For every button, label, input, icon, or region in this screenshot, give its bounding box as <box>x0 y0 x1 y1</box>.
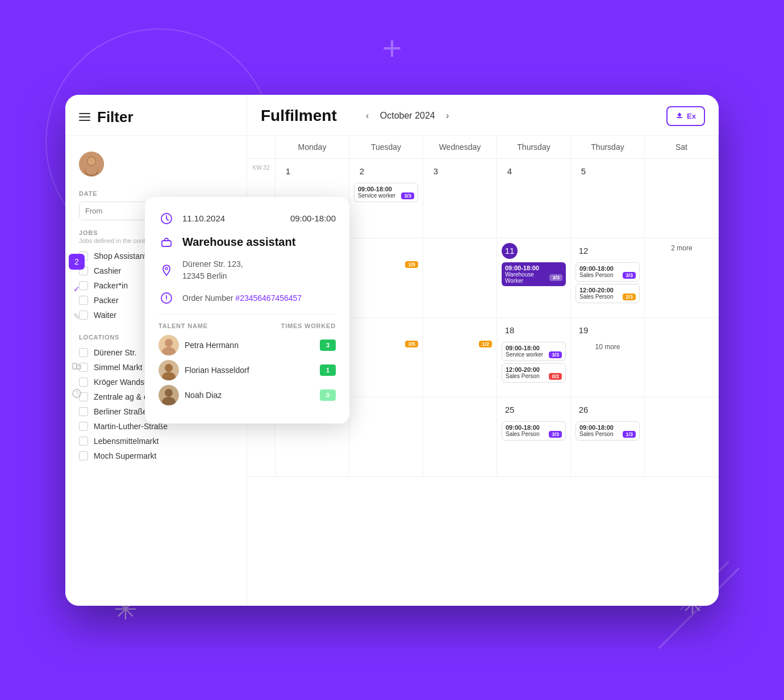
job-label-shop-assistant: Shop Assistant <box>94 252 147 261</box>
date-3: 3 <box>428 164 444 179</box>
export-button[interactable]: Ex <box>666 106 705 126</box>
talent-name-petra: Petra Hermann <box>247 341 314 350</box>
shift-card-week2-thu[interactable]: 09:00-18:00 Warehouse Worker 3/3 <box>502 262 566 286</box>
more-link-2[interactable]: 2 more <box>649 243 714 253</box>
shift-role-11: Warehouse Worker 3/3 <box>505 271 562 284</box>
svg-marker-10 <box>677 112 682 116</box>
talent-row-florian: Florian Hasseldorf 1 <box>247 360 336 380</box>
popup-table-header: TALENT NAME TIMES WORKED <box>247 322 336 329</box>
avatar-area <box>65 147 247 181</box>
popup-order: Order Number #23456467456457 <box>247 294 302 303</box>
shift-detail-popup: 11.10.2024 09:00-18:00 Warehouse assista… <box>247 197 349 424</box>
shift-card-12b[interactable]: 12:00-20:00 Sales Person 2/3 <box>576 284 640 303</box>
date-26: 26 <box>576 402 591 418</box>
job-label-packer: Packer <box>94 296 119 305</box>
prev-month-button[interactable]: ‹ <box>360 108 376 124</box>
cal-day-fri4: 26 09:00-18:00 Sales Person 1/3 <box>571 397 645 476</box>
date-5: 5 <box>576 164 591 179</box>
edit-icon[interactable]: ✎ <box>69 308 85 324</box>
location-item-moch[interactable]: Moch Supermarkt <box>79 448 233 463</box>
svg-rect-1 <box>77 365 81 369</box>
cal-day-wed3: 1/2 <box>423 318 497 397</box>
shift-card-18b[interactable]: 12:00-20:00 Sales Person 0/2 <box>502 363 566 383</box>
svg-point-7 <box>87 157 95 165</box>
date-12: 12 <box>576 243 591 259</box>
cal-day-thu2-today[interactable]: 11 09:00-18:00 Warehouse Worker 3/3 <box>497 238 571 317</box>
cal-day-4: 4 <box>497 159 571 238</box>
shift-card-25[interactable]: 09:00-18:00 Sales Person 3/3 <box>502 421 566 441</box>
cal-day-tue4 <box>349 397 423 476</box>
date-2: 2 <box>354 164 370 179</box>
shift-role-26: Sales Person 1/3 <box>579 431 636 438</box>
talent-row-petra: Petra Hermann 3 <box>247 335 336 355</box>
cal-day-2[interactable]: 2 09:00-18:00 Service worker 3/3 <box>349 159 423 238</box>
week-col-header <box>247 136 276 158</box>
cal-day-fri3: 19 10 more <box>571 318 645 397</box>
badge-1-2: 1/2 <box>479 341 492 347</box>
cal-day-thu4: 25 09:00-18:00 Sales Person 3/3 <box>497 397 571 476</box>
cal-day-thu3: 18 09:00-18:00 Service worker 3/3 12:00-… <box>497 318 571 397</box>
cal-day-5: 5 <box>571 159 645 238</box>
sidebar-title: Filter <box>97 108 134 126</box>
calendar-header: Monday Tuesday Wednesday Thursday Thursd… <box>247 136 719 159</box>
export-label: Ex <box>687 112 696 120</box>
date-1: 1 <box>280 164 296 179</box>
badge-25: 3/3 <box>549 431 562 438</box>
date-label: DATE <box>79 190 233 197</box>
saturday-header: Sat <box>645 136 719 158</box>
more-link-10[interactable]: 10 more <box>576 342 640 352</box>
date-4: 4 <box>502 164 518 179</box>
cal-day-wed4 <box>423 397 497 476</box>
shift-time-18a: 09:00-18:00 <box>506 345 562 351</box>
shift-role-18b: Sales Person 0/2 <box>506 373 562 380</box>
badge-3-5: 3/5 <box>405 341 418 347</box>
location-label-moch: Moch Supermarkt <box>94 451 156 460</box>
question-icon[interactable]: ? <box>69 385 85 401</box>
shift-badge-11: 3/3 <box>549 274 562 281</box>
location-item-lebensmittel[interactable]: Lebensmittelmarkt <box>79 434 233 448</box>
talent-name-noah: Noah Diaz <box>247 391 314 400</box>
sidebar-header: Filter <box>65 108 247 136</box>
shift-card-week1-tue[interactable]: 09:00-18:00 Service worker 3/3 <box>354 183 418 202</box>
badge-18b: 0/2 <box>549 373 562 380</box>
talent-badge-florian: 1 <box>320 364 336 376</box>
badge-12b: 2/3 <box>623 294 636 300</box>
location-label-berliner: Berliner Straße <box>94 407 147 416</box>
badge-26: 1/3 <box>623 431 636 438</box>
shift-time: 09:00-18:00 <box>358 186 414 192</box>
popup-divider <box>247 314 336 315</box>
cal-day-tue3: 3/5 <box>349 318 423 397</box>
thursday-header-2: Thursday <box>571 136 645 158</box>
shift-role: Service worker 3/3 <box>358 192 414 199</box>
date-11: 11 <box>502 243 518 259</box>
shift-time-11: 09:00-18:00 <box>505 265 562 271</box>
shift-role-25: Sales Person 3/3 <box>506 431 562 438</box>
thursday-header-1: Thursday <box>497 136 571 158</box>
talent-row-noah: Noah Diaz 0 <box>247 385 336 405</box>
talent-badge-petra: 3 <box>320 339 336 351</box>
svg-text:?: ? <box>76 391 79 397</box>
shift-role-12b: Sales Person 2/3 <box>579 294 636 300</box>
cal-day-sat3 <box>645 318 719 397</box>
notification-icon[interactable]: 2 <box>69 254 85 270</box>
talent-name-florian: Florian Hasseldorf <box>247 366 314 375</box>
svg-rect-9 <box>677 117 682 118</box>
shift-card-12a[interactable]: 09:00-18:00 Sales Person 3/3 <box>576 262 640 282</box>
monday-header: Monday <box>276 136 349 158</box>
check-icon[interactable]: ✓ <box>69 281 85 297</box>
job-label-packer-in: Packer*in <box>94 281 128 290</box>
location-label-durener: Dürener Str. <box>94 348 136 357</box>
next-month-button[interactable]: › <box>440 108 456 124</box>
cal-day-sat2: 2 more <box>645 238 719 317</box>
shift-time-26: 09:00-18:00 <box>579 424 636 431</box>
buildings-icon[interactable] <box>69 358 85 374</box>
shift-card-18a[interactable]: 09:00-18:00 Service worker 3/3 <box>502 342 566 361</box>
popup-order-number: #23456467456457 <box>247 294 302 303</box>
shift-time-25: 09:00-18:00 <box>506 424 562 431</box>
svg-rect-0 <box>73 363 77 369</box>
shift-role-18a: Service worker 3/3 <box>506 351 562 358</box>
tuesday-header: Tuesday <box>349 136 423 158</box>
shift-card-26[interactable]: 09:00-18:00 Sales Person 1/3 <box>576 421 640 441</box>
tablet-frame: 2 ✓ ✎ ? Filter <box>65 95 719 606</box>
export-icon <box>675 112 683 120</box>
